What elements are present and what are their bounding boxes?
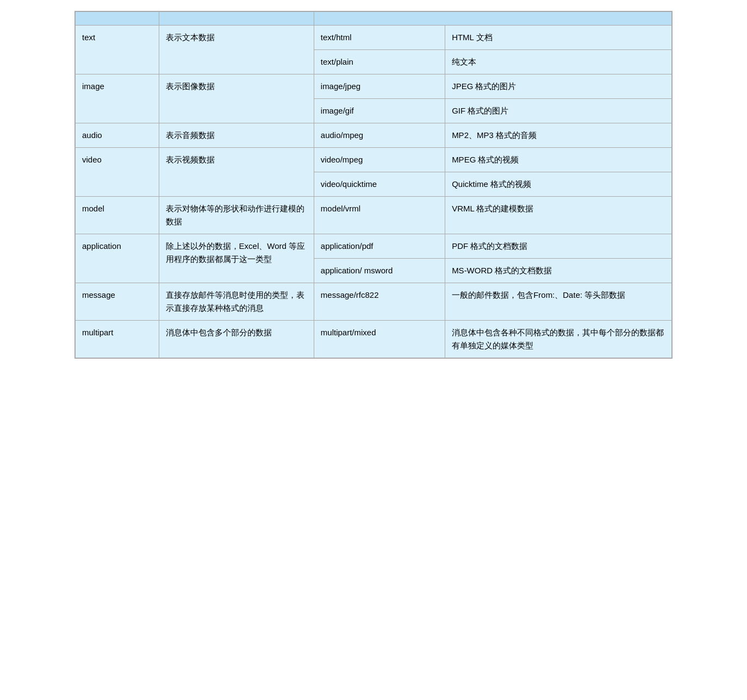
subtype-cell: model/vrml	[314, 197, 445, 234]
desc-cell: 一般的邮件数据，包含From:、Date: 等头部数据	[445, 283, 672, 321]
meaning-cell: 表示图像数据	[159, 74, 314, 123]
desc-cell: MP2、MP3 格式的音频	[445, 123, 672, 148]
table-row: text表示文本数据text/htmlHTML 文档	[76, 26, 672, 50]
subtype-cell: message/rfc822	[314, 283, 445, 321]
subtype-cell: audio/mpeg	[314, 123, 445, 148]
main-type-cell: text	[76, 26, 159, 74]
desc-cell: HTML 文档	[445, 26, 672, 50]
table-row: multipart消息体中包含多个部分的数据multipart/mixed消息体…	[76, 321, 672, 358]
meaning-cell: 表示音频数据	[159, 123, 314, 148]
desc-cell: 消息体中包含各种不同格式的数据，其中每个部分的数据都有单独定义的媒体类型	[445, 321, 672, 358]
meaning-cell: 表示文本数据	[159, 26, 314, 74]
desc-cell: 纯文本	[445, 50, 672, 74]
table-row: video表示视频数据video/mpegMPEG 格式的视频	[76, 148, 672, 172]
subtype-cell: image/gif	[314, 99, 445, 123]
desc-cell: GIF 格式的图片	[445, 99, 672, 123]
desc-cell: MPEG 格式的视频	[445, 148, 672, 172]
subtype-cell: video/quicktime	[314, 172, 445, 197]
subtype-cell: text/html	[314, 26, 445, 50]
desc-cell: JPEG 格式的图片	[445, 74, 672, 99]
main-table-wrapper: text表示文本数据text/htmlHTML 文档text/plain纯文本i…	[74, 11, 673, 359]
header-main-type	[76, 12, 159, 26]
desc-cell: PDF 格式的文档数据	[445, 234, 672, 259]
subtype-cell: image/jpeg	[314, 74, 445, 99]
main-type-cell: image	[76, 74, 159, 123]
table-row: model表示对物体等的形状和动作进行建模的数据model/vrmlVRML 格…	[76, 197, 672, 234]
table-row: audio表示音频数据audio/mpegMP2、MP3 格式的音频	[76, 123, 672, 148]
desc-cell: VRML 格式的建模数据	[445, 197, 672, 234]
subtype-cell: application/pdf	[314, 234, 445, 259]
subtype-cell: application/ msword	[314, 259, 445, 283]
meaning-cell: 表示对物体等的形状和动作进行建模的数据	[159, 197, 314, 234]
main-type-cell: message	[76, 283, 159, 321]
subtype-cell: text/plain	[314, 50, 445, 74]
main-type-cell: multipart	[76, 321, 159, 358]
main-type-cell: audio	[76, 123, 159, 148]
table-row: image表示图像数据image/jpegJPEG 格式的图片	[76, 74, 672, 99]
desc-cell: Quicktime 格式的视频	[445, 172, 672, 197]
meaning-cell: 消息体中包含多个部分的数据	[159, 321, 314, 358]
desc-cell: MS-WORD 格式的文档数据	[445, 259, 672, 283]
subtype-cell: video/mpeg	[314, 148, 445, 172]
header-meaning	[159, 12, 314, 26]
header-subtype-example	[314, 12, 671, 26]
meaning-cell: 直接存放邮件等消息时使用的类型，表示直接存放某种格式的消息	[159, 283, 314, 321]
main-type-cell: video	[76, 148, 159, 197]
table-row: message直接存放邮件等消息时使用的类型，表示直接存放某种格式的消息mess…	[76, 283, 672, 321]
main-type-cell: application	[76, 234, 159, 283]
main-type-cell: model	[76, 197, 159, 234]
meaning-cell: 表示视频数据	[159, 148, 314, 197]
meaning-cell: 除上述以外的数据，Excel、Word 等应用程序的数据都属于这一类型	[159, 234, 314, 283]
subtype-cell: multipart/mixed	[314, 321, 445, 358]
table-row: application除上述以外的数据，Excel、Word 等应用程序的数据都…	[76, 234, 672, 259]
mime-types-table: text表示文本数据text/htmlHTML 文档text/plain纯文本i…	[75, 11, 672, 358]
